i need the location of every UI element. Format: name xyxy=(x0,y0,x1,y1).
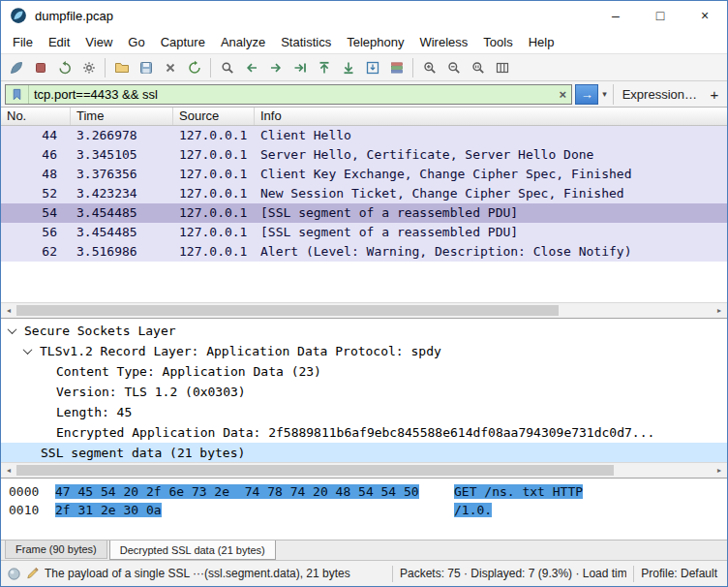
zoom-original-button[interactable] xyxy=(466,56,490,79)
menu-help[interactable]: Help xyxy=(521,32,562,52)
hex-bytes[interactable]: 47 45 54 20 2f 6e 73 2e 74 78 74 20 48 5… xyxy=(55,482,454,501)
filter-dropdown-icon[interactable]: ▾ xyxy=(598,89,611,99)
detail-version[interactable]: Version: TLS 1.2 (0x0303) xyxy=(1,382,727,402)
packet-source: 127.0.0.1 xyxy=(173,203,255,223)
packet-row[interactable]: 62 3.516986 127.0.0.1 Alert (Level: Warn… xyxy=(1,242,727,262)
save-file-icon xyxy=(138,60,154,76)
go-last-button[interactable] xyxy=(336,56,360,79)
detail-content-type[interactable]: Content Type: Application Data (23) xyxy=(1,361,727,382)
packet-row[interactable]: 44 3.266978 127.0.0.1 Client Hello xyxy=(1,126,727,145)
menu-wireless[interactable]: Wireless xyxy=(411,32,475,52)
filter-bookmark-icon[interactable] xyxy=(6,85,29,104)
column-header-time[interactable]: Time xyxy=(71,108,173,125)
open-file-button[interactable] xyxy=(109,56,134,79)
packet-row[interactable]: 46 3.345105 127.0.0.1 Server Hello, Cert… xyxy=(1,145,727,165)
find-packet-button[interactable] xyxy=(215,56,239,79)
expression-button[interactable]: Expression… xyxy=(613,84,706,105)
tab-decrypted-ssl-data[interactable]: Decrypted SSL data (21 bytes) xyxy=(109,541,276,560)
detail-secure-sockets-layer[interactable]: Secure Sockets Layer xyxy=(1,321,727,341)
packet-info: Alert (Level: Warning, Description: Clos… xyxy=(255,242,727,262)
stop-capture-button[interactable] xyxy=(28,56,52,79)
close-button[interactable]: × xyxy=(682,1,727,30)
tab-frame[interactable]: Frame (90 bytes) xyxy=(5,541,107,559)
packet-no: 46 xyxy=(1,145,71,165)
status-profile[interactable]: Profile: Default xyxy=(641,567,721,580)
detail-encrypted-application-data[interactable]: Encrypted Application Data: 2f5889811b6a… xyxy=(1,422,727,443)
scrollbar-thumb[interactable] xyxy=(16,465,614,476)
go-first-button[interactable] xyxy=(312,56,336,79)
packet-row[interactable]: 56 3.454485 127.0.0.1 [SSL segment of a … xyxy=(1,223,727,242)
detail-length[interactable]: Length: 45 xyxy=(1,402,727,422)
colorize-button[interactable] xyxy=(384,56,409,79)
packet-row[interactable]: 52 3.423234 127.0.0.1 New Session Ticket… xyxy=(1,184,727,203)
hex-row: 0010 2f 31 2e 30 0a /1.0. xyxy=(9,501,727,519)
restart-capture-button[interactable] xyxy=(52,56,76,79)
auto-scroll-button[interactable] xyxy=(360,56,384,79)
menu-analyze[interactable]: Analyze xyxy=(213,32,273,52)
column-header-info[interactable]: Info xyxy=(255,108,727,125)
go-forward-button[interactable] xyxy=(263,56,288,79)
menu-statistics[interactable]: Statistics xyxy=(273,32,339,52)
packet-row-selected[interactable]: 54 3.454485 127.0.0.1 [SSL segment of a … xyxy=(1,203,727,223)
packet-list-header: No. Time Source Info xyxy=(1,108,727,126)
packet-details-pane: Secure Sockets Layer TLSv1.2 Record Laye… xyxy=(1,318,727,462)
filter-clear-icon[interactable]: × xyxy=(555,87,572,102)
scrollbar-track[interactable] xyxy=(16,303,712,318)
menu-telephony[interactable]: Telephony xyxy=(339,32,411,52)
hex-bytes[interactable]: 2f 31 2e 30 0a xyxy=(55,501,454,519)
capture-options-button[interactable] xyxy=(76,56,101,79)
column-header-source[interactable]: Source xyxy=(173,108,255,125)
chevron-down-icon[interactable] xyxy=(8,324,17,334)
detail-ssl-segment-data-selected[interactable]: SSL segment data (21 bytes) xyxy=(1,443,727,462)
detail-text: Encrypted Application Data: 2f5889811b6a… xyxy=(56,422,654,443)
detail-text: Version: TLS 1.2 (0x0303) xyxy=(56,382,246,402)
resize-columns-button[interactable] xyxy=(490,56,514,79)
zoom-out-button[interactable] xyxy=(441,56,466,79)
detail-tls-record-layer[interactable]: TLSv1.2 Record Layer: Application Data P… xyxy=(1,341,727,361)
scroll-left-icon[interactable]: ◂ xyxy=(1,303,16,318)
packet-no: 54 xyxy=(1,203,71,223)
packet-no: 62 xyxy=(1,242,71,262)
menu-view[interactable]: View xyxy=(77,32,120,52)
menu-capture[interactable]: Capture xyxy=(153,32,213,52)
scroll-right-icon[interactable]: ▸ xyxy=(712,463,727,478)
reload-file-button[interactable] xyxy=(182,56,206,79)
packet-row[interactable]: 48 3.376356 127.0.0.1 Client Key Exchang… xyxy=(1,165,727,184)
menu-tools[interactable]: Tools xyxy=(475,32,520,52)
scroll-left-icon[interactable]: ◂ xyxy=(1,463,16,478)
reload-file-icon xyxy=(187,60,202,76)
hex-ascii[interactable]: /1.0. xyxy=(454,501,492,519)
packet-info: New Session Ticket, Change Cipher Spec, … xyxy=(255,184,727,203)
go-back-button[interactable] xyxy=(239,56,263,79)
menu-file[interactable]: File xyxy=(5,32,41,52)
packet-time: 3.345105 xyxy=(71,145,173,165)
window-controls: – □ × xyxy=(593,1,727,30)
save-file-button[interactable] xyxy=(134,56,158,79)
packet-info: Client Hello xyxy=(255,126,727,145)
packet-source: 127.0.0.1 xyxy=(173,223,255,242)
restart-capture-icon xyxy=(57,60,73,76)
scroll-right-icon[interactable]: ▸ xyxy=(712,303,727,318)
display-filter-input[interactable] xyxy=(29,87,555,102)
start-capture-button[interactable] xyxy=(4,56,28,79)
menu-go[interactable]: Go xyxy=(120,32,152,52)
scrollbar-thumb[interactable] xyxy=(16,305,559,316)
chevron-down-icon[interactable] xyxy=(23,345,33,355)
zoom-in-button[interactable] xyxy=(417,56,441,79)
capture-options-icon xyxy=(81,60,97,76)
scrollbar-track[interactable] xyxy=(16,463,712,478)
hex-ascii[interactable]: GET /ns. txt HTTP xyxy=(454,482,583,501)
maximize-button[interactable]: □ xyxy=(638,1,682,30)
minimize-button[interactable]: – xyxy=(593,1,638,30)
add-filter-button[interactable]: + xyxy=(706,86,723,103)
titlebar: dumpfile.pcap – □ × xyxy=(1,1,727,30)
column-header-no[interactable]: No. xyxy=(1,108,71,125)
close-file-button[interactable] xyxy=(158,56,182,79)
menu-edit[interactable]: Edit xyxy=(41,32,77,52)
go-to-packet-button[interactable] xyxy=(288,56,312,79)
filter-apply-icon[interactable]: → xyxy=(575,84,598,105)
capture-comment-icon[interactable] xyxy=(26,567,40,580)
details-hscrollbar: ◂ ▸ xyxy=(1,462,727,478)
detail-text: TLSv1.2 Record Layer: Application Data P… xyxy=(40,341,441,361)
expert-info-icon[interactable] xyxy=(7,567,21,581)
